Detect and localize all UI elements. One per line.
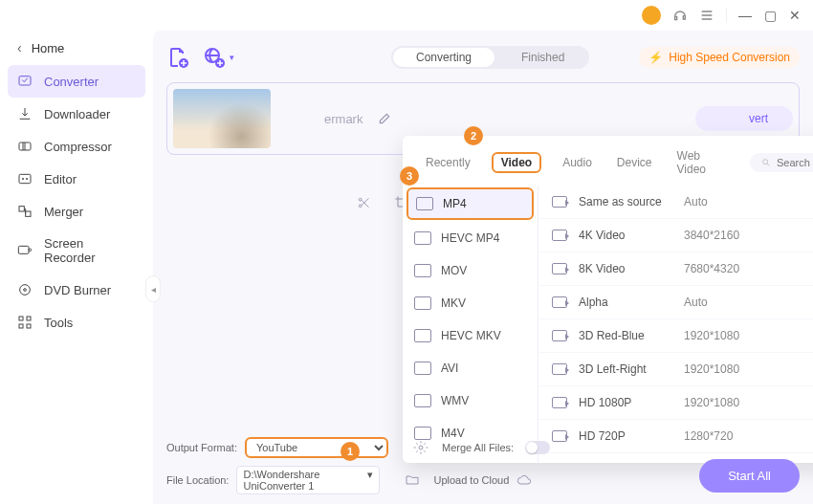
search-icon [761, 157, 771, 168]
cloud-icon[interactable] [516, 472, 532, 488]
search-input[interactable] [777, 157, 813, 168]
format-hevc-mp4[interactable]: HEVC MP4 [403, 222, 538, 254]
editor-icon [17, 171, 33, 186]
popup-tab-recently[interactable]: Recently [422, 152, 474, 173]
close-button[interactable]: ✕ [788, 9, 802, 22]
svg-point-8 [29, 249, 32, 252]
sidebar-item-tools[interactable]: Tools [0, 306, 153, 339]
start-all-button[interactable]: Start All [699, 459, 800, 493]
settings-icon[interactable] [413, 440, 428, 455]
edit-tools [356, 195, 409, 210]
format-search[interactable] [750, 153, 813, 172]
tab-finished[interactable]: Finished [496, 46, 589, 69]
svg-rect-5 [19, 207, 24, 211]
format-list: MP4HEVC MP4MOVMKVHEVC MKVAVIWMVM4V [403, 186, 538, 463]
chevron-left-icon: ‹ [17, 40, 22, 55]
svg-rect-2 [19, 174, 31, 183]
thumbnail[interactable] [173, 89, 271, 148]
sidebar-item-downloader[interactable]: Downloader [0, 98, 153, 130]
format-avi[interactable]: AVI [403, 352, 538, 384]
sidebar-item-dvd-burner[interactable]: DVD Burner [0, 274, 153, 306]
svg-rect-6 [26, 211, 31, 216]
popup-tab-video[interactable]: Video [492, 152, 541, 173]
menu-icon[interactable] [699, 8, 714, 23]
format-icon [414, 329, 431, 342]
status-tabs: Converting Finished [391, 46, 589, 69]
sidebar-item-converter[interactable]: Converter [8, 65, 145, 98]
resolution-row[interactable]: Same as sourceAuto [538, 186, 813, 219]
add-url-icon[interactable] [203, 46, 226, 69]
output-format-label: Output Format: [166, 442, 237, 453]
file-location-label: File Location: [166, 474, 229, 486]
sidebar-item-compressor[interactable]: Compressor [0, 130, 153, 163]
record-icon [17, 243, 33, 258]
home-link[interactable]: ‹ Home [0, 36, 153, 65]
tab-converting[interactable]: Converting [393, 48, 494, 67]
add-file-icon[interactable] [166, 46, 189, 69]
svg-point-21 [419, 446, 423, 449]
bolt-icon: ⚡ [648, 51, 663, 64]
resolution-row[interactable]: 8K Video7680*4320 [538, 252, 813, 286]
resolution-row[interactable]: 3D Left-Right1920*1080 [538, 353, 813, 386]
compress-icon [17, 139, 33, 154]
download-icon [17, 106, 33, 121]
video-icon [552, 296, 567, 308]
sidebar-item-merger[interactable]: Merger [0, 195, 153, 228]
merge-toggle[interactable] [525, 441, 550, 454]
svg-point-3 [22, 178, 23, 179]
svg-rect-7 [18, 246, 29, 253]
sidebar-item-editor[interactable]: Editor [0, 163, 153, 195]
minimize-button[interactable]: — [738, 9, 752, 22]
format-icon [414, 296, 431, 310]
format-icon [416, 197, 433, 210]
dvd-icon [17, 282, 33, 297]
resolution-row[interactable]: 4K Video3840*2160 [538, 219, 813, 252]
home-label: Home [32, 41, 65, 55]
callout-2: 2 [464, 126, 483, 145]
resolution-row[interactable]: 3D Red-Blue1920*1080 [538, 319, 813, 353]
format-wmv[interactable]: WMV [403, 384, 538, 417]
upload-cloud-label: Upload to Cloud [433, 474, 509, 486]
trim-icon[interactable] [356, 195, 371, 210]
format-mov[interactable]: MOV [403, 254, 538, 287]
resolution-row[interactable]: AlphaAuto [538, 286, 813, 319]
format-icon [414, 264, 431, 277]
resolution-list: Same as sourceAuto4K Video3840*21608K Vi… [538, 186, 813, 463]
resolution-row[interactable]: HD 1080P1920*1080 [538, 386, 813, 420]
svg-rect-12 [27, 317, 31, 320]
video-icon [552, 363, 567, 375]
svg-point-4 [26, 178, 27, 179]
collapse-sidebar-button[interactable]: ◂ [145, 275, 161, 302]
popup-tab-device[interactable]: Device [613, 152, 656, 173]
file-location-select[interactable]: D:\Wondershare UniConverter 1▾ [236, 466, 380, 494]
svg-point-18 [359, 198, 362, 201]
merge-label: Merge All Files: [442, 442, 514, 453]
sidebar-item-screen-recorder[interactable]: Screen Recorder [0, 228, 153, 274]
video-icon [552, 196, 567, 208]
svg-rect-11 [19, 317, 23, 320]
main-panel: ▾ Converting Finished ⚡ High Speed Conve… [153, 31, 813, 504]
svg-point-9 [20, 285, 31, 296]
format-mp4[interactable]: MP4 [406, 187, 534, 220]
popup-tabs: Recently Video Audio Device Web Video [403, 136, 813, 186]
rename-icon[interactable] [378, 112, 391, 125]
popup-tab-webvideo[interactable]: Web Video [673, 145, 733, 180]
format-hevc-mkv[interactable]: HEVC MKV [403, 319, 538, 352]
bottom-bar: Output Format: YouTube Merge All Files: … [166, 433, 800, 498]
popup-tab-audio[interactable]: Audio [559, 152, 596, 173]
format-popup: Recently Video Audio Device Web Video MP… [403, 136, 813, 463]
tools-icon [17, 315, 33, 330]
callout-1: 1 [341, 442, 360, 461]
avatar[interactable] [642, 6, 661, 25]
format-icon [414, 394, 431, 407]
video-icon [552, 230, 567, 241]
svg-rect-13 [19, 324, 23, 328]
high-speed-badge[interactable]: ⚡ High Speed Conversion [639, 47, 800, 68]
format-mkv[interactable]: MKV [403, 287, 538, 319]
output-format-select[interactable]: YouTube [245, 437, 388, 458]
maximize-button[interactable]: ▢ [763, 9, 777, 22]
convert-button[interactable]: vert [695, 106, 793, 131]
open-folder-icon[interactable] [405, 472, 420, 488]
merger-icon [17, 204, 33, 219]
headset-icon[interactable] [672, 8, 688, 23]
